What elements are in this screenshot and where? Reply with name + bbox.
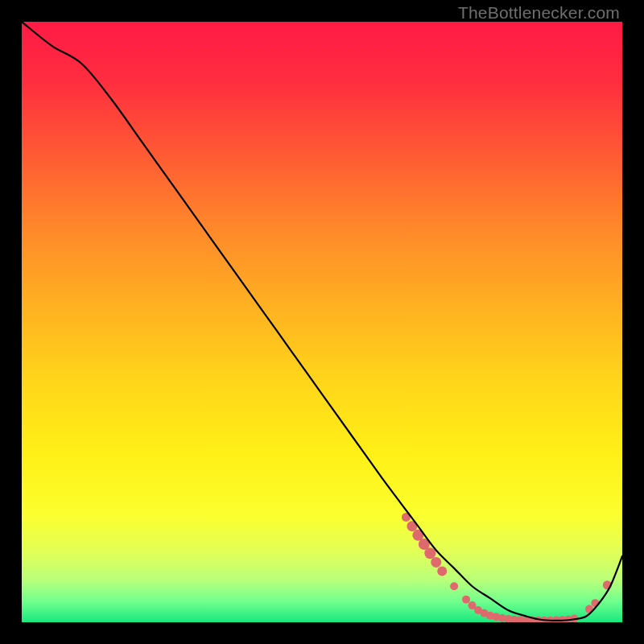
bottleneck-curve: [22, 22, 622, 621]
plot-area: [22, 22, 622, 622]
highlight-dot: [450, 582, 458, 590]
highlight-dot: [424, 547, 436, 559]
watermark-text: TheBottlenecker.com: [458, 3, 620, 23]
highlight-dot: [462, 596, 470, 604]
highlight-dot: [431, 557, 441, 568]
highlight-dots-group: [402, 513, 612, 622]
highlight-dot: [437, 567, 447, 576]
curve-layer: [22, 22, 622, 622]
chart-stage: TheBottlenecker.com: [0, 0, 644, 644]
